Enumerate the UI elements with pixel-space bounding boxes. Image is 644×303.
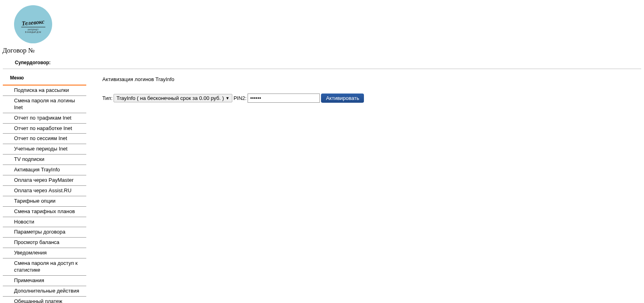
sidebar-item-pay-assistru[interactable]: Оплата через Assist.RU [3,186,86,196]
menu-list: Подписка на рассылки Смена пароля на лог… [3,85,86,303]
sidebar: Меню Подписка на рассылки Смена пароля н… [2,75,86,303]
sidebar-item-balance[interactable]: Просмотр баланса [3,238,86,248]
logo-subtext: ИНТЕРНЕТ В КАЖДЫЙ ДОМ [25,28,41,33]
pin2-input[interactable] [248,94,320,103]
dropdown-caret-icon: ▼ [226,96,230,100]
sidebar-item-pay-paymaster[interactable]: Оплата через PayMaster [3,175,86,186]
type-label: Тип: [102,95,112,101]
sidebar-item-accounting-periods[interactable]: Учетные периоды Inet [3,144,86,155]
type-select[interactable]: TrayInfo ( на бесконечный срок за 0.00 р… [114,94,232,102]
activation-form: Тип: TrayInfo ( на бесконечный срок за 0… [102,94,642,103]
sidebar-item-traffic-report[interactable]: Отчет по трафикам Inet [3,113,86,124]
sidebar-item-tv-subscriptions[interactable]: TV подписки [3,155,86,165]
sidebar-item-additional-actions[interactable]: Дополнительные действия [3,286,86,297]
sidebar-item-change-password-inet[interactable]: Смена пароля на логины Inet [3,96,86,113]
sidebar-item-promised-payment[interactable]: Обещанный платеж [3,297,86,303]
sidebar-item-contract-params[interactable]: Параметры договора [3,227,86,238]
sidebar-item-sessions-report[interactable]: Отчет по сессиям Inet [3,134,86,144]
sidebar-item-news[interactable]: Новости [3,217,86,228]
sidebar-item-notifications[interactable]: Уведомления [3,248,86,258]
sidebar-item-activate-trayinfo[interactable]: Активация TrayInfo [3,165,86,175]
main-content: Активизация логинов TrayInfo Тип: TrayIn… [86,75,642,303]
page-title: Активизация логинов TrayInfo [102,76,642,82]
logo-area: Телевокс ИНТЕРНЕТ В КАЖДЫЙ ДОМ [2,2,642,47]
type-select-value: TrayInfo ( на бесконечный срок за 0.00 р… [116,95,224,101]
menu-title: Меню [3,75,86,85]
sidebar-item-change-stats-password[interactable]: Смена пароля на доступ к статистике [3,258,86,276]
sidebar-item-notes[interactable]: Примечания [3,276,86,286]
super-contract-label: Супердоговор: [3,58,641,69]
sidebar-item-subscription[interactable]: Подписка на рассылки [3,85,86,96]
pin2-label: PIN2: [234,95,247,101]
activate-button[interactable]: Активировать [321,94,364,103]
logo: Телевокс ИНТЕРНЕТ В КАЖДЫЙ ДОМ [14,5,52,43]
sidebar-item-change-tariff[interactable]: Смена тарифных планов [3,207,86,217]
logo-underline [21,27,45,27]
sidebar-item-tariff-options[interactable]: Тарифные опции [3,196,86,207]
contract-number-label: Договор № [2,47,642,58]
logo-brand-text: Телевокс [21,18,45,27]
sidebar-item-work-report[interactable]: Отчет по наработке Inet [3,124,86,134]
